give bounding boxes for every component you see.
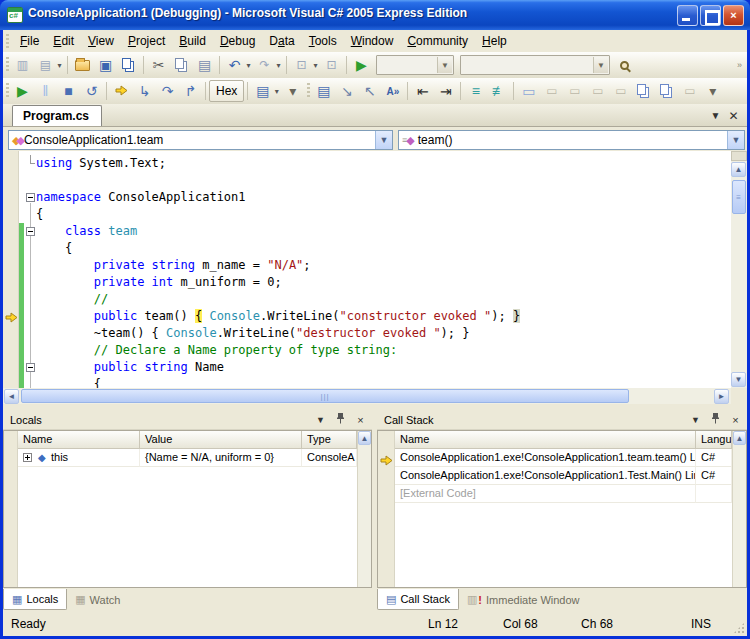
code-line[interactable]: private string m_name = "N/A"; [3, 257, 731, 274]
maximize-button[interactable] [700, 5, 721, 26]
menu-tools[interactable]: Tools [302, 32, 344, 50]
locals-cell-value[interactable]: {Name = N/A, uniform = 0} [140, 449, 302, 467]
continue-icon[interactable]: ▶ [11, 80, 34, 102]
horizontal-scrollbar-thumb[interactable]: ||| [21, 389, 629, 403]
next-bookmark-in-document-icon[interactable] [655, 80, 678, 102]
code-line[interactable]: { [3, 206, 731, 223]
stop-icon[interactable]: ■ [57, 80, 80, 102]
previous-bookmark-in-document-icon[interactable] [632, 80, 655, 102]
locals-cell-type[interactable]: ConsoleA [302, 449, 357, 467]
breakpoints-window-icon[interactable]: ▤ [251, 80, 274, 102]
start-debugging-icon[interactable]: ▶ [350, 54, 373, 76]
callstack-cell-language[interactable] [696, 485, 732, 503]
code-line[interactable]: using System.Text; [3, 155, 731, 172]
scroll-down-icon[interactable]: ▼ [731, 372, 746, 387]
find-combo[interactable]: ▼ [460, 55, 610, 75]
display-parameter-info-icon[interactable]: ↖ [358, 80, 381, 102]
minimize-button[interactable] [677, 5, 698, 26]
members-dropdown[interactable]: ≡◆ team() ▼ [398, 130, 745, 150]
locals-col-type[interactable]: Type [302, 431, 357, 449]
locals-grid[interactable]: Name Value Type ▲ ◆this{Name = N/A, unif… [3, 430, 372, 588]
open-file-icon[interactable] [71, 54, 94, 76]
collapse-region-icon[interactable] [26, 363, 35, 372]
close-button[interactable]: × [723, 5, 744, 26]
chevron-down-icon[interactable]: ▼ [437, 57, 452, 73]
hex-button[interactable]: Hex [209, 80, 244, 102]
tab-call-stack[interactable]: ▤Call Stack [377, 589, 459, 610]
window-position-icon[interactable]: ▼ [688, 413, 703, 427]
active-files-dropdown-icon[interactable]: ▼ [708, 109, 723, 123]
code-line[interactable]: public team() { Console.WriteLine("const… [3, 308, 731, 325]
display-word-completion-icon[interactable]: ↘ [335, 80, 358, 102]
locals-cell-name[interactable]: this [18, 449, 140, 467]
show-next-statement-icon[interactable] [110, 80, 133, 102]
editor-toolbar-overflow-icon[interactable]: ▾ [701, 80, 724, 102]
paste-icon[interactable]: ▤ [193, 54, 216, 76]
code-line[interactable]: { [3, 240, 731, 257]
chevron-down-icon[interactable]: ▼ [727, 131, 744, 149]
step-over-icon[interactable]: ↷ [156, 80, 179, 102]
increase-indent-icon[interactable]: ⇥ [434, 80, 457, 102]
call-stack-title-bar[interactable]: Call Stack ▼ × [377, 410, 747, 430]
tab-program-cs[interactable]: Program.cs [12, 105, 102, 126]
debug-toolbar-overflow-icon[interactable]: ▾ [281, 80, 304, 102]
menu-build[interactable]: Build [172, 32, 213, 50]
scroll-right-icon[interactable]: ► [714, 389, 729, 404]
menu-help[interactable]: Help [475, 32, 514, 50]
scroll-up-icon[interactable]: ▲ [358, 431, 371, 445]
callstack-cell-name[interactable]: ConsoleApplication1.exe!ConsoleApplicati… [395, 449, 696, 467]
auto-hide-pin-icon[interactable] [708, 413, 723, 427]
auto-hide-pin-icon[interactable] [333, 413, 348, 427]
chevron-down-icon[interactable]: ▼ [593, 57, 608, 73]
callstack-scrollbar[interactable]: ▲ [732, 431, 746, 587]
display-object-member-list-icon[interactable]: ▤ [312, 80, 335, 102]
close-icon[interactable]: × [353, 413, 368, 427]
tab-locals[interactable]: ▦Locals [3, 589, 67, 610]
tab-watch[interactable]: ▦Watch [67, 589, 128, 610]
code-line[interactable]: namespace ConsoleApplication1 [3, 189, 731, 206]
callstack-cell-language[interactable]: C# [696, 449, 732, 467]
pause-icon[interactable]: ‖ [34, 80, 57, 102]
callstack-col-name[interactable]: Name [395, 431, 696, 449]
save-all-icon[interactable] [117, 54, 140, 76]
code-line[interactable]: private int m_uniform = 0; [3, 274, 731, 291]
collapse-region-icon[interactable] [26, 193, 35, 202]
code-line[interactable]: // [3, 291, 731, 308]
menu-edit[interactable]: Edit [46, 32, 81, 50]
menu-window[interactable]: Window [344, 32, 401, 50]
tab-immediate-window[interactable]: ▥!Immediate Window [459, 589, 588, 610]
menu-file[interactable]: File [13, 32, 46, 50]
menu-data[interactable]: Data [262, 32, 301, 50]
callstack-cell-name[interactable]: ConsoleApplication1.exe!ConsoleApplicati… [395, 467, 696, 485]
uncomment-icon[interactable]: ≢ [487, 80, 510, 102]
types-dropdown[interactable]: ◆◆ ConsoleApplication1.team ▼ [8, 130, 393, 150]
cut-icon[interactable]: ✂ [147, 54, 170, 76]
scroll-up-icon[interactable]: ▲ [733, 431, 746, 445]
code-line[interactable]: class team [3, 223, 731, 240]
menu-debug[interactable]: Debug [213, 32, 262, 50]
scroll-up-icon[interactable]: ▲ [731, 162, 746, 177]
undo-icon[interactable]: ↶ [223, 54, 246, 76]
scroll-left-icon[interactable]: ◄ [4, 389, 19, 404]
code-line[interactable]: ~team() { Console.WriteLine("destructor … [3, 325, 731, 342]
locals-scrollbar[interactable]: ▲ [357, 431, 371, 587]
step-out-icon[interactable]: ↱ [179, 80, 202, 102]
code-line[interactable]: public string Name [3, 359, 731, 376]
copy-icon[interactable] [170, 54, 193, 76]
comment-icon[interactable]: ≡ [464, 80, 487, 102]
code-line[interactable]: // Declare a Name property of type strin… [3, 342, 731, 359]
locals-col-name[interactable]: Name [18, 431, 140, 449]
solution-configurations-combo[interactable]: ▼ [376, 55, 454, 75]
menu-project[interactable]: Project [121, 32, 172, 50]
collapse-region-icon[interactable] [26, 227, 35, 236]
resize-grip[interactable] [733, 622, 745, 634]
chevron-down-icon[interactable]: ▼ [375, 131, 392, 149]
toggle-bookmark-icon[interactable]: ▭ [517, 80, 540, 102]
display-quick-info-icon[interactable]: A» [381, 80, 404, 102]
code-line[interactable] [3, 172, 731, 189]
callstack-cell-name[interactable]: [External Code] [395, 485, 696, 503]
code-editor[interactable]: using System.Text;namespace ConsoleAppli… [3, 151, 731, 388]
toolbar-overflow-icon[interactable]: » [737, 60, 741, 70]
locals-title-bar[interactable]: Locals ▼ × [3, 410, 372, 430]
window-position-icon[interactable]: ▼ [313, 413, 328, 427]
